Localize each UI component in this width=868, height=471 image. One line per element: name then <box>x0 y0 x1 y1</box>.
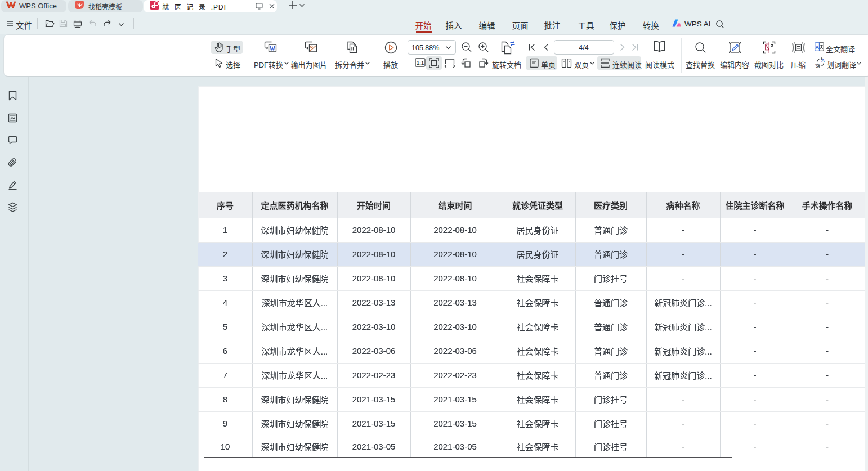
svg-text:A: A <box>821 58 825 64</box>
svg-text:文: 文 <box>815 63 820 68</box>
svg-text:1:1: 1:1 <box>417 60 424 66</box>
svg-text:A: A <box>815 44 819 50</box>
